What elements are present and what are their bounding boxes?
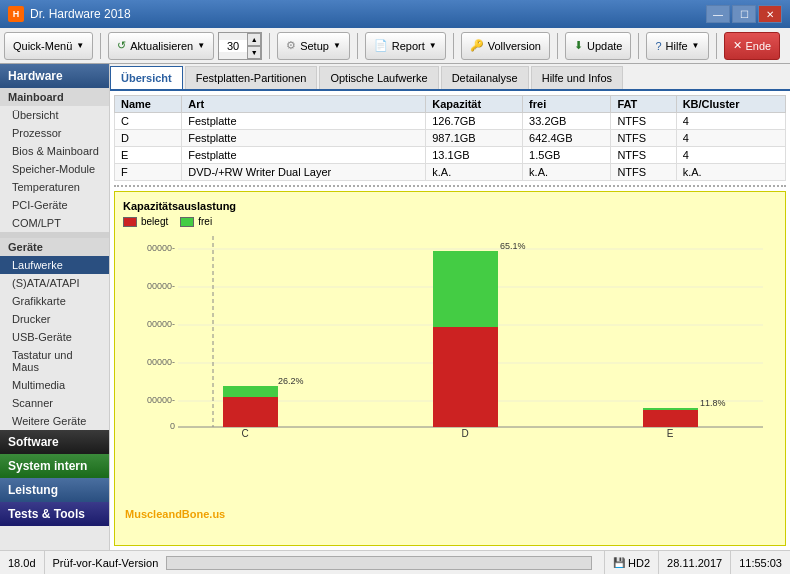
col-kb: KB/Cluster — [676, 96, 785, 113]
cell-fat: NTFS — [611, 130, 676, 147]
y-label-0: 0 — [170, 421, 175, 431]
bar-c-pct: 26.2% — [278, 376, 304, 386]
y-label-1: 00000- — [147, 395, 175, 405]
sidebar-item-scanner[interactable]: Scanner — [0, 394, 109, 412]
dropdown-arrow-icon: ▼ — [76, 41, 84, 50]
hilfe-icon: ? — [655, 40, 661, 52]
sidebar-item-drucker[interactable]: Drucker — [0, 310, 109, 328]
window-controls[interactable]: — ☐ ✕ — [706, 5, 782, 23]
hilfe-arrow-icon: ▼ — [692, 41, 700, 50]
refresh-number-input[interactable] — [219, 40, 247, 52]
refresh-icon: ↺ — [117, 39, 126, 52]
col-name: Name — [115, 96, 182, 113]
cell-kb: 4 — [676, 147, 785, 164]
cell-kb: 4 — [676, 130, 785, 147]
table-row[interactable]: FDVD-/+RW Writer Dual Layerk.A.k.A.NTFSk… — [115, 164, 786, 181]
sidebar-geraete-section: Geräte — [0, 238, 109, 256]
col-kapazitaet: Kapazität — [426, 96, 523, 113]
sidebar-item-laufwerke[interactable]: Laufwerke — [0, 256, 109, 274]
vollversion-icon: 🔑 — [470, 39, 484, 52]
col-frei: frei — [523, 96, 611, 113]
cell-name: E — [115, 147, 182, 164]
app-title: Dr. Hardware 2018 — [30, 7, 131, 21]
sidebar-item-weitere[interactable]: Weitere Geräte — [0, 412, 109, 430]
bar-d-frei — [433, 251, 498, 327]
cell-fat: NTFS — [611, 113, 676, 130]
sidebar-item-sata[interactable]: (S)ATA/ATAPI — [0, 274, 109, 292]
bar-d-label: D — [461, 428, 468, 439]
sidebar-item-multimedia[interactable]: Multimedia — [0, 376, 109, 394]
tab-bar: Übersicht Festplatten-Partitionen Optisc… — [110, 64, 790, 91]
table-row[interactable]: DFestplatte987.1GB642.4GBNTFS4 — [115, 130, 786, 147]
sidebar-item-uebersicht[interactable]: Übersicht — [0, 106, 109, 124]
tab-uebersicht[interactable]: Übersicht — [110, 66, 183, 89]
sidebar-item-tastatur[interactable]: Tastatur und Maus — [0, 346, 109, 376]
tab-partitionen[interactable]: Festplatten-Partitionen — [185, 66, 318, 89]
maximize-button[interactable]: ☐ — [732, 5, 756, 23]
quick-menu-button[interactable]: Quick-Menü ▼ — [4, 32, 93, 60]
hilfe-button[interactable]: ? Hilfe ▼ — [646, 32, 708, 60]
app-icon: H — [8, 6, 24, 22]
sidebar-hardware-header[interactable]: Hardware — [0, 64, 109, 88]
chart-area: Kapazitätsauslastung belegt frei 00000- … — [114, 191, 786, 546]
sidebar-item-speicher[interactable]: Speicher-Module — [0, 160, 109, 178]
update-icon: ⬇ — [574, 39, 583, 52]
bar-d-belegt — [433, 327, 498, 427]
aktualisieren-button[interactable]: ↺ Aktualisieren ▼ — [108, 32, 214, 60]
spin-down-button[interactable]: ▼ — [247, 46, 261, 59]
chart-legend: belegt frei — [123, 216, 777, 227]
sidebar-item-prozessor[interactable]: Prozessor — [0, 124, 109, 142]
setup-icon: ⚙ — [286, 39, 296, 52]
sidebar-item-usb[interactable]: USB-Geräte — [0, 328, 109, 346]
sidebar: Hardware Mainboard Übersicht Prozessor B… — [0, 64, 110, 550]
table-row[interactable]: CFestplatte126.7GB33.2GBNTFS4 — [115, 113, 786, 130]
cell-kapazitaet: 13.1GB — [426, 147, 523, 164]
status-progress-bar — [166, 556, 592, 570]
spin-up-button[interactable]: ▲ — [247, 33, 261, 46]
vollversion-button[interactable]: 🔑 Vollversion — [461, 32, 550, 60]
status-mode: Prüf-vor-Kauf-Version — [45, 551, 606, 574]
bar-e-pct: 11.8% — [700, 398, 726, 408]
toolbar: Quick-Menü ▼ ↺ Aktualisieren ▼ ▲ ▼ ⚙ Set… — [0, 28, 790, 64]
drive-table: Name Art Kapazität frei FAT KB/Cluster C… — [114, 95, 786, 181]
update-button[interactable]: ⬇ Update — [565, 32, 631, 60]
sidebar-item-comlpt[interactable]: COM/LPT — [0, 214, 109, 232]
cell-frei: 642.4GB — [523, 130, 611, 147]
ende-button[interactable]: ✕ Ende — [724, 32, 781, 60]
table-row[interactable]: EFestplatte13.1GB1.5GBNTFS4 — [115, 147, 786, 164]
sidebar-system-header[interactable]: System intern — [0, 454, 109, 478]
cell-frei: 33.2GB — [523, 113, 611, 130]
setup-button[interactable]: ⚙ Setup ▼ — [277, 32, 350, 60]
sidebar-software-header[interactable]: Software — [0, 430, 109, 454]
toolbar-separator-2 — [269, 33, 270, 59]
toolbar-separator-7 — [716, 33, 717, 59]
status-hd: 💾 HD2 — [605, 551, 659, 574]
y-label-5: 00000- — [147, 243, 175, 253]
bar-c-label: C — [241, 428, 248, 439]
legend-belegt-color — [123, 217, 137, 227]
aktualisieren-arrow-icon: ▼ — [197, 41, 205, 50]
status-version: 18.0d — [0, 551, 45, 574]
status-date: 28.11.2017 — [659, 551, 731, 574]
sidebar-item-temperaturen[interactable]: Temperaturen — [0, 178, 109, 196]
sidebar-tests-header[interactable]: Tests & Tools — [0, 502, 109, 526]
cell-art: DVD-/+RW Writer Dual Layer — [182, 164, 426, 181]
tab-hilfe[interactable]: Hilfe und Infos — [531, 66, 623, 89]
close-button[interactable]: ✕ — [758, 5, 782, 23]
hd-icon: 💾 — [613, 557, 625, 568]
sidebar-leistung-header[interactable]: Leistung — [0, 478, 109, 502]
sidebar-item-grafikkarte[interactable]: Grafikkarte — [0, 292, 109, 310]
watermark: MuscleandBone.us — [125, 508, 225, 520]
sidebar-item-pci[interactable]: PCI-Geräte — [0, 196, 109, 214]
bar-chart: 00000- 00000- 00000- 00000- 00000- 0 — [123, 231, 777, 441]
tab-detailanalyse[interactable]: Detailanalyse — [441, 66, 529, 89]
cell-fat: NTFS — [611, 164, 676, 181]
sidebar-mainboard-section: Mainboard — [0, 88, 109, 106]
sidebar-item-bios[interactable]: Bios & Mainboard — [0, 142, 109, 160]
minimize-button[interactable]: — — [706, 5, 730, 23]
legend-belegt-label: belegt — [141, 216, 168, 227]
report-button[interactable]: 📄 Report ▼ — [365, 32, 446, 60]
bar-c-belegt — [223, 397, 278, 427]
y-label-4: 00000- — [147, 281, 175, 291]
tab-optische[interactable]: Optische Laufwerke — [319, 66, 438, 89]
